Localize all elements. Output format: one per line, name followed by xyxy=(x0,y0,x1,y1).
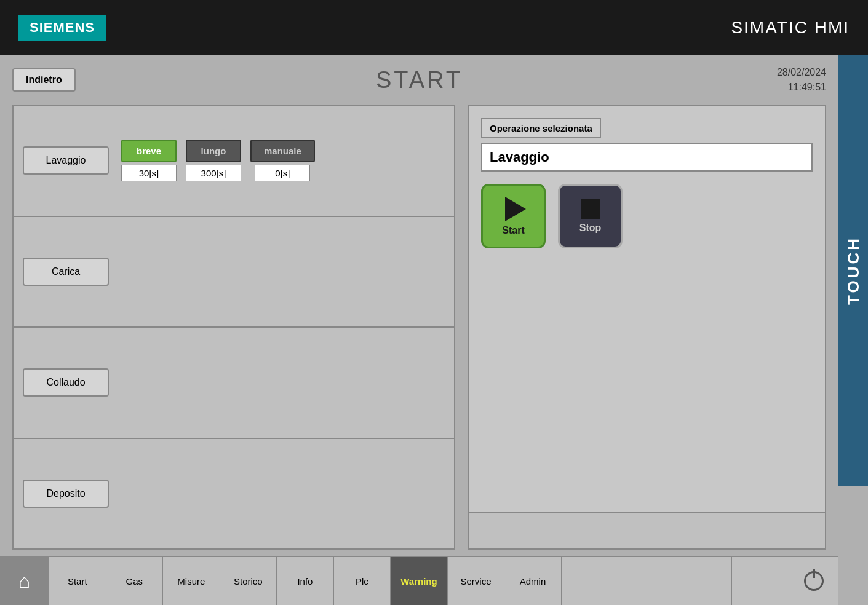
deposito-button[interactable]: Deposito xyxy=(23,480,109,508)
nav-admin[interactable]: Admin xyxy=(504,557,562,605)
siemens-logo: SIEMENS xyxy=(18,15,106,41)
bottom-nav: ⌂ Start Gas Misure Storico Info Plc Warn… xyxy=(0,556,838,605)
nav-warning[interactable]: Warning xyxy=(391,557,448,605)
play-icon xyxy=(505,197,526,221)
nav-misure[interactable]: Misure xyxy=(163,557,220,605)
breve-option: breve 30[s] xyxy=(121,140,177,181)
collaudo-row: Collaudo xyxy=(14,328,454,439)
nav-empty2 xyxy=(618,557,675,605)
carica-row: Carica xyxy=(14,217,454,328)
nav-empty3 xyxy=(675,557,733,605)
ops-list: Lavaggio breve 30[s] lungo 300[s] xyxy=(12,105,455,550)
nav-plc[interactable]: Plc xyxy=(334,557,391,605)
stop-button[interactable]: Stop xyxy=(558,184,623,248)
time: 11:49:51 xyxy=(777,80,826,95)
manuale-button[interactable]: manuale xyxy=(250,140,315,162)
nav-storico[interactable]: Storico xyxy=(220,557,277,605)
hmi-title: SIMATIC HMI xyxy=(731,18,850,38)
stop-icon xyxy=(581,199,600,219)
carica-button[interactable]: Carica xyxy=(23,258,109,286)
main-area: TOUCH Indietro START 28/02/2024 11:49:51… xyxy=(0,55,868,605)
datetime: 28/02/2024 11:49:51 xyxy=(777,65,826,95)
nav-service[interactable]: Service xyxy=(448,557,505,605)
control-panel: Operazione selezionata Lavaggio Start St… xyxy=(468,105,826,550)
manuale-value: 0[s] xyxy=(255,165,310,181)
start-button[interactable]: Start xyxy=(481,184,546,248)
breve-value: 30[s] xyxy=(121,165,177,181)
nav-start[interactable]: Start xyxy=(49,557,106,605)
nav-power[interactable] xyxy=(789,557,838,605)
nav-gas[interactable]: Gas xyxy=(106,557,164,605)
lavaggio-row: Lavaggio breve 30[s] lungo 300[s] xyxy=(14,106,454,217)
lungo-value: 300[s] xyxy=(186,165,241,181)
collaudo-button[interactable]: Collaudo xyxy=(23,368,109,397)
op-selected-value: Lavaggio xyxy=(481,143,813,172)
lungo-option: lungo 300[s] xyxy=(186,140,241,181)
nav-info[interactable]: Info xyxy=(277,557,334,605)
stop-label: Stop xyxy=(579,223,602,234)
home-icon: ⌂ xyxy=(18,570,30,593)
date: 28/02/2024 xyxy=(777,65,826,80)
control-buttons: Start Stop xyxy=(481,184,813,248)
control-box: Operazione selezionata Lavaggio Start St… xyxy=(468,105,826,513)
lavaggio-button[interactable]: Lavaggio xyxy=(23,146,109,175)
operations-area: Lavaggio breve 30[s] lungo 300[s] xyxy=(0,98,838,556)
nav-home[interactable]: ⌂ xyxy=(0,557,49,605)
content-wrapper: Indietro START 28/02/2024 11:49:51 Lavag… xyxy=(0,55,838,556)
page-header: Indietro START 28/02/2024 11:49:51 xyxy=(0,55,838,98)
control-bottom xyxy=(468,513,826,550)
deposito-row: Deposito xyxy=(14,439,454,549)
start-label: Start xyxy=(502,225,524,236)
op-selected-label: Operazione selezionata xyxy=(481,118,601,138)
top-bar: SIEMENS SIMATIC HMI xyxy=(0,0,868,55)
lungo-button[interactable]: lungo xyxy=(186,140,241,162)
time-options: breve 30[s] lungo 300[s] manuale 0[s] xyxy=(121,140,315,181)
nav-empty1 xyxy=(562,557,619,605)
power-icon xyxy=(804,571,824,591)
breve-button[interactable]: breve xyxy=(121,140,177,162)
manuale-option: manuale 0[s] xyxy=(250,140,315,181)
touch-label: TOUCH xyxy=(838,55,868,486)
page-title: START xyxy=(376,67,463,93)
back-button[interactable]: Indietro xyxy=(12,68,76,92)
nav-empty4 xyxy=(732,557,789,605)
